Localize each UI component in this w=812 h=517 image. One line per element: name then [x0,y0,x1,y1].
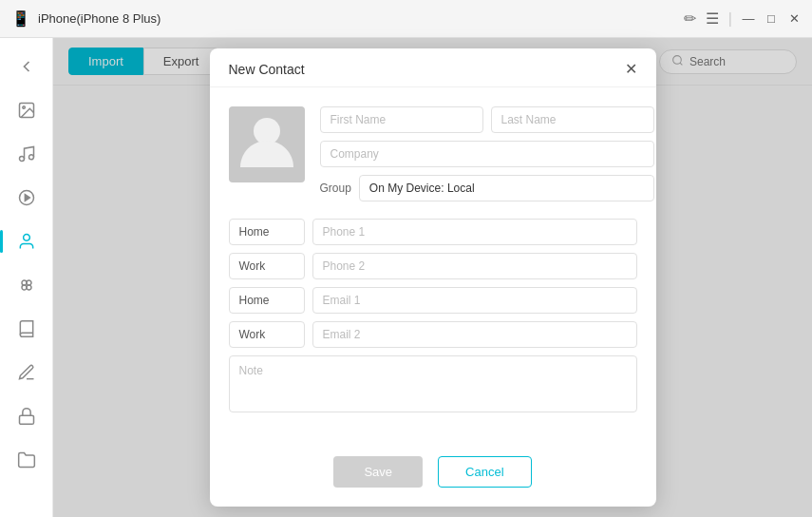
menu-icon[interactable]: ☰ [706,10,719,28]
company-input[interactable] [320,141,654,167]
sidebar-item-contacts[interactable] [8,222,46,260]
active-indicator [0,230,3,253]
company-row [320,141,654,167]
sidebar-item-books[interactable] [8,310,46,348]
pen-icon[interactable]: ✏ [684,10,696,28]
email-2-row: Work [229,321,637,348]
phone-1-label: Home [229,219,305,245]
title-bar: 📱 iPhone(iPhone 8 Plus) ✏ ☰ | — □ ✕ [0,0,812,38]
sidebar-item-video[interactable] [8,179,46,217]
svg-point-1 [22,106,24,109]
sidebar-item-folder[interactable] [8,441,46,479]
app-layout: Import Export New Contact ✕ [0,38,812,517]
group-row: Group On My Device: Local [320,175,654,201]
device-icon: 📱 [11,10,30,28]
device-title: iPhone(iPhone 8 Plus) [38,11,161,26]
minimize-button[interactable]: — [742,12,755,26]
sidebar-item-pen[interactable] [8,354,46,392]
dialog-close-button[interactable]: ✕ [625,62,637,77]
email-2-label: Work [229,321,305,348]
svg-point-2 [19,157,24,162]
main-content: Import Export New Contact ✕ [53,38,812,517]
sidebar-item-back[interactable] [8,48,46,86]
dialog-footer: Save Cancel [210,441,656,507]
email-2-input[interactable] [312,321,637,348]
sidebar-item-lock[interactable] [8,397,46,435]
save-button[interactable]: Save [333,456,423,488]
contact-fields: Group On My Device: Local [320,106,654,201]
sidebar-item-music[interactable] [8,135,46,173]
avatar-icon [240,114,293,175]
title-bar-left: 📱 iPhone(iPhone 8 Plus) [11,10,161,28]
sidebar-item-apps[interactable] [8,266,46,304]
maximize-button[interactable]: □ [765,12,778,26]
group-value: On My Device: Local [359,175,654,201]
sidebar [0,38,53,517]
close-button[interactable]: ✕ [787,12,801,26]
email-1-input[interactable] [312,287,637,314]
avatar [229,106,305,182]
phone-email-section: Home Work Home [229,219,637,412]
email-1-label: Home [229,287,305,314]
contact-top-section: Group On My Device: Local [229,106,637,201]
phone-2-label: Work [229,253,305,279]
name-row [320,106,654,133]
svg-point-12 [254,118,280,144]
phone-1-input[interactable] [312,219,637,245]
new-contact-dialog: New Contact ✕ [210,48,656,507]
separator: | [728,10,732,28]
svg-rect-10 [19,415,33,424]
group-label: Group [320,182,351,195]
dialog-body: Group On My Device: Local Home [210,87,656,441]
sidebar-item-photo[interactable] [8,91,46,129]
dialog-header: New Contact ✕ [210,48,656,87]
svg-point-9 [27,285,31,290]
dialog-title: New Contact [229,62,305,77]
cancel-button[interactable]: Cancel [438,456,531,488]
svg-point-5 [23,235,29,241]
title-bar-controls: ✏ ☰ | — □ ✕ [684,10,801,28]
phone-2-row: Work [229,253,637,279]
phone-2-input[interactable] [312,253,637,279]
svg-point-3 [28,155,33,160]
last-name-input[interactable] [491,106,654,133]
dialog-overlay: New Contact ✕ [53,38,812,517]
email-1-row: Home [229,287,637,314]
phone-1-row: Home [229,219,637,245]
first-name-input[interactable] [320,106,483,133]
note-textarea[interactable] [229,355,637,412]
